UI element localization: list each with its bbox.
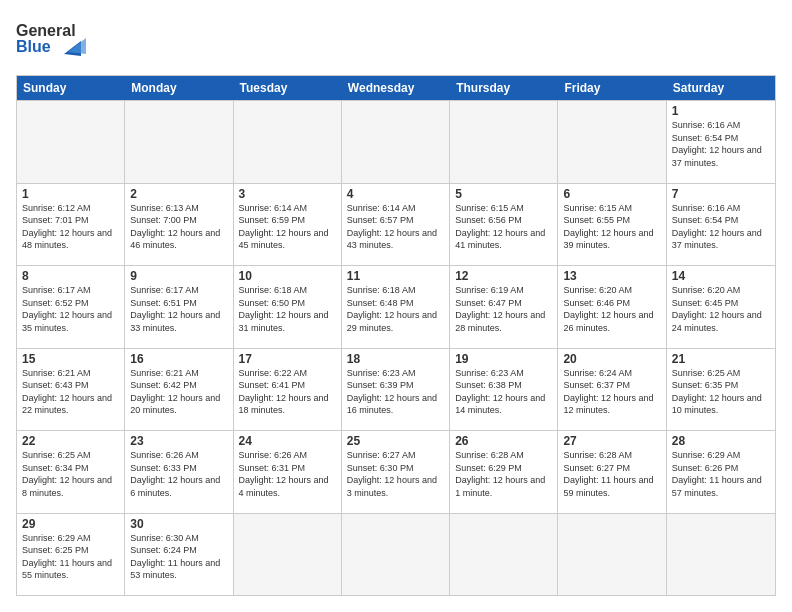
day-number: 11 [347,269,444,283]
day-info: Sunrise: 6:23 AMSunset: 6:38 PMDaylight:… [455,367,552,417]
header-day-thursday: Thursday [450,76,558,100]
day-number: 12 [455,269,552,283]
day-info: Sunrise: 6:21 AMSunset: 6:43 PMDaylight:… [22,367,119,417]
header-day-tuesday: Tuesday [234,76,342,100]
day-number: 5 [455,187,552,201]
day-number: 18 [347,352,444,366]
empty-cell [342,101,450,183]
day-number: 23 [130,434,227,448]
day-cell-2: 2Sunrise: 6:13 AMSunset: 7:00 PMDaylight… [125,184,233,266]
day-info: Sunrise: 6:18 AMSunset: 6:48 PMDaylight:… [347,284,444,334]
day-number: 2 [130,187,227,201]
empty-cell [17,101,125,183]
day-cell-14: 14Sunrise: 6:20 AMSunset: 6:45 PMDayligh… [667,266,775,348]
svg-text:Blue: Blue [16,38,51,55]
svg-text:General: General [16,22,76,39]
day-number: 1 [22,187,119,201]
empty-cell [667,514,775,596]
header-day-sunday: Sunday [17,76,125,100]
day-number: 6 [563,187,660,201]
day-number: 22 [22,434,119,448]
day-info: Sunrise: 6:16 AMSunset: 6:54 PMDaylight:… [672,202,770,252]
day-cell-24: 24Sunrise: 6:26 AMSunset: 6:31 PMDayligh… [234,431,342,513]
day-number: 26 [455,434,552,448]
day-number: 7 [672,187,770,201]
day-info: Sunrise: 6:26 AMSunset: 6:33 PMDaylight:… [130,449,227,499]
day-info: Sunrise: 6:30 AMSunset: 6:24 PMDaylight:… [130,532,227,582]
day-info: Sunrise: 6:29 AMSunset: 6:26 PMDaylight:… [672,449,770,499]
day-info: Sunrise: 6:19 AMSunset: 6:47 PMDaylight:… [455,284,552,334]
day-info: Sunrise: 6:23 AMSunset: 6:39 PMDaylight:… [347,367,444,417]
day-info: Sunrise: 6:14 AMSunset: 6:57 PMDaylight:… [347,202,444,252]
day-cell-1: 1Sunrise: 6:16 AMSunset: 6:54 PMDaylight… [667,101,775,183]
calendar: SundayMondayTuesdayWednesdayThursdayFrid… [16,75,776,596]
day-number: 25 [347,434,444,448]
day-number: 20 [563,352,660,366]
day-info: Sunrise: 6:22 AMSunset: 6:41 PMDaylight:… [239,367,336,417]
day-cell-8: 8Sunrise: 6:17 AMSunset: 6:52 PMDaylight… [17,266,125,348]
day-number: 3 [239,187,336,201]
day-number: 21 [672,352,770,366]
day-number: 29 [22,517,119,531]
empty-cell [450,101,558,183]
day-cell-23: 23Sunrise: 6:26 AMSunset: 6:33 PMDayligh… [125,431,233,513]
day-cell-15: 15Sunrise: 6:21 AMSunset: 6:43 PMDayligh… [17,349,125,431]
day-info: Sunrise: 6:12 AMSunset: 7:01 PMDaylight:… [22,202,119,252]
day-number: 13 [563,269,660,283]
day-info: Sunrise: 6:15 AMSunset: 6:56 PMDaylight:… [455,202,552,252]
day-number: 28 [672,434,770,448]
day-info: Sunrise: 6:18 AMSunset: 6:50 PMDaylight:… [239,284,336,334]
day-cell-6: 6Sunrise: 6:15 AMSunset: 6:55 PMDaylight… [558,184,666,266]
week-row-5: 29Sunrise: 6:29 AMSunset: 6:25 PMDayligh… [17,513,775,596]
day-number: 30 [130,517,227,531]
day-cell-18: 18Sunrise: 6:23 AMSunset: 6:39 PMDayligh… [342,349,450,431]
day-cell-25: 25Sunrise: 6:27 AMSunset: 6:30 PMDayligh… [342,431,450,513]
day-cell-28: 28Sunrise: 6:29 AMSunset: 6:26 PMDayligh… [667,431,775,513]
day-info: Sunrise: 6:13 AMSunset: 7:00 PMDaylight:… [130,202,227,252]
header: General Blue [16,16,776,65]
day-cell-5: 5Sunrise: 6:15 AMSunset: 6:56 PMDaylight… [450,184,558,266]
day-number: 19 [455,352,552,366]
day-cell-11: 11Sunrise: 6:18 AMSunset: 6:48 PMDayligh… [342,266,450,348]
day-number: 10 [239,269,336,283]
day-cell-29: 29Sunrise: 6:29 AMSunset: 6:25 PMDayligh… [17,514,125,596]
logo: General Blue [16,16,86,65]
day-number: 1 [672,104,770,118]
day-info: Sunrise: 6:25 AMSunset: 6:35 PMDaylight:… [672,367,770,417]
empty-cell [234,101,342,183]
day-cell-21: 21Sunrise: 6:25 AMSunset: 6:35 PMDayligh… [667,349,775,431]
day-cell-7: 7Sunrise: 6:16 AMSunset: 6:54 PMDaylight… [667,184,775,266]
week-row-3: 15Sunrise: 6:21 AMSunset: 6:43 PMDayligh… [17,348,775,431]
calendar-header: SundayMondayTuesdayWednesdayThursdayFrid… [17,76,775,100]
day-number: 8 [22,269,119,283]
week-row-1: 1Sunrise: 6:12 AMSunset: 7:01 PMDaylight… [17,183,775,266]
header-day-friday: Friday [558,76,666,100]
day-number: 24 [239,434,336,448]
empty-cell [125,101,233,183]
day-info: Sunrise: 6:14 AMSunset: 6:59 PMDaylight:… [239,202,336,252]
header-day-saturday: Saturday [667,76,775,100]
day-cell-1: 1Sunrise: 6:12 AMSunset: 7:01 PMDaylight… [17,184,125,266]
day-number: 15 [22,352,119,366]
empty-cell [558,101,666,183]
day-info: Sunrise: 6:24 AMSunset: 6:37 PMDaylight:… [563,367,660,417]
day-cell-17: 17Sunrise: 6:22 AMSunset: 6:41 PMDayligh… [234,349,342,431]
week-row-0: 1Sunrise: 6:16 AMSunset: 6:54 PMDaylight… [17,100,775,183]
day-info: Sunrise: 6:26 AMSunset: 6:31 PMDaylight:… [239,449,336,499]
day-info: Sunrise: 6:20 AMSunset: 6:46 PMDaylight:… [563,284,660,334]
day-info: Sunrise: 6:28 AMSunset: 6:29 PMDaylight:… [455,449,552,499]
day-number: 17 [239,352,336,366]
day-number: 4 [347,187,444,201]
logo-icon: General Blue [16,16,86,61]
week-row-2: 8Sunrise: 6:17 AMSunset: 6:52 PMDaylight… [17,265,775,348]
day-number: 14 [672,269,770,283]
header-day-wednesday: Wednesday [342,76,450,100]
day-cell-26: 26Sunrise: 6:28 AMSunset: 6:29 PMDayligh… [450,431,558,513]
day-number: 16 [130,352,227,366]
calendar-body: 1Sunrise: 6:16 AMSunset: 6:54 PMDaylight… [17,100,775,595]
day-info: Sunrise: 6:17 AMSunset: 6:51 PMDaylight:… [130,284,227,334]
day-cell-19: 19Sunrise: 6:23 AMSunset: 6:38 PMDayligh… [450,349,558,431]
day-cell-22: 22Sunrise: 6:25 AMSunset: 6:34 PMDayligh… [17,431,125,513]
day-info: Sunrise: 6:15 AMSunset: 6:55 PMDaylight:… [563,202,660,252]
day-cell-4: 4Sunrise: 6:14 AMSunset: 6:57 PMDaylight… [342,184,450,266]
